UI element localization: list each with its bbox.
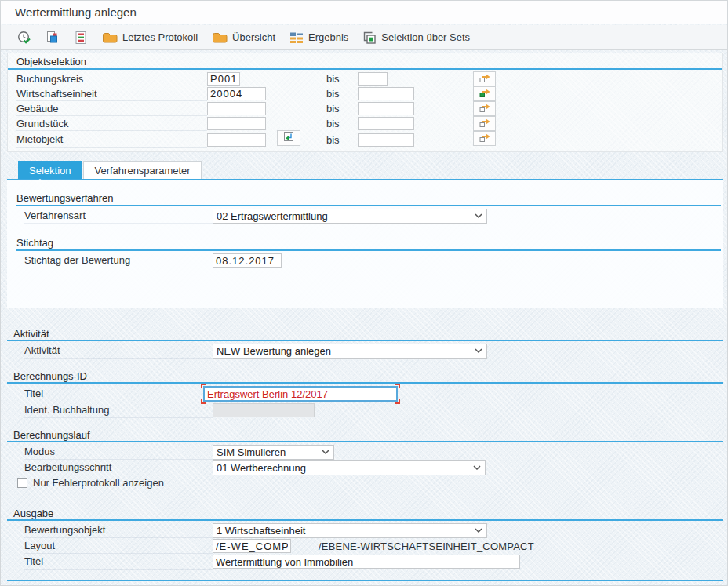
bewertungsverfahren-section: Bewertungsverfahren Verfahrensart 02 Ert… (7, 192, 723, 224)
gebaeude-bis-input[interactable] (358, 102, 414, 115)
gebaeude-input[interactable] (207, 102, 266, 115)
stichtag-date-input[interactable] (213, 253, 282, 268)
dropdown-value: NEW Bewertung anlegen (217, 345, 470, 357)
mietobjekt-select-button[interactable] (277, 130, 300, 146)
field-label: Verfahrensart (24, 208, 213, 224)
log-button[interactable] (67, 27, 95, 48)
bis-label: bis (326, 103, 358, 115)
chevron-down-icon (468, 465, 481, 470)
verfahrensart-row: Verfahrensart 02 Ertragswertermittlung (24, 208, 723, 224)
multi-select-button[interactable] (473, 116, 496, 131)
ausgabe-titel-row: Titel (24, 554, 723, 570)
toolbar-button-label: Übersicht (232, 31, 275, 43)
berechnungslauf-section: Berechnungslauf Modus SIM Simulieren Bea… (7, 429, 723, 490)
selektion-tab-panel: Bewertungsverfahren Verfahrensart 02 Ert… (7, 180, 723, 308)
multi-select-arrow-icon (479, 72, 491, 86)
modus-dropdown[interactable]: SIM Simulieren (213, 445, 334, 460)
section-title: Objektselektion (16, 56, 722, 67)
copy-icon (46, 31, 60, 45)
fehlerprotokoll-checkbox[interactable] (17, 478, 27, 488)
multi-select-button[interactable] (473, 71, 496, 86)
bis-label: bis (326, 134, 358, 146)
checkbox-label: Nur Fehlerprotokoll anzeigen (33, 477, 164, 489)
mietobjekt-bis-input[interactable] (358, 133, 414, 147)
uebersicht-button[interactable]: Übersicht (205, 27, 282, 48)
multi-select-active-arrow-icon (479, 87, 491, 100)
execute-button[interactable] (10, 27, 38, 48)
section-title: Ausgabe (13, 508, 723, 519)
grundstueck-input[interactable] (207, 117, 266, 130)
dropdown-value: 1 Wirtschaftseinheit (217, 525, 470, 537)
window-bottom-accent (7, 580, 723, 581)
section-title: Berechnungs-ID (13, 370, 723, 382)
tabstrip: Selektion Verfahrensparameter (7, 161, 202, 179)
wirtschaftseinheit-input[interactable] (207, 87, 266, 100)
field-label: Gebäude (16, 101, 207, 116)
toolbar-button-label: Ergebnis (308, 31, 348, 43)
buchungskreis-row: Buchungskreis bis (16, 71, 722, 86)
multi-select-button[interactable] (473, 101, 496, 116)
focus-corner (201, 384, 206, 388)
objektselektion-group: Objektselektion Buchungskreis bis (7, 53, 723, 152)
titel-input-focus-frame: Ertragswert Berlin 12/2017 (203, 386, 398, 402)
letztes-protokoll-button[interactable]: Letztes Protokoll (95, 27, 205, 48)
page-title: Wertermittlung anlegen (15, 5, 136, 19)
tab-selektion[interactable]: Selektion (18, 161, 82, 179)
field-label: Titel (24, 554, 213, 570)
titel-input[interactable]: Ertragswert Berlin 12/2017 (203, 386, 398, 402)
chevron-down-icon (470, 528, 482, 533)
grundstueck-bis-input[interactable] (358, 117, 414, 130)
grundstueck-row: Grundstück bis (16, 116, 722, 131)
tab-verfahrensparameter[interactable]: Verfahrensparameter (83, 161, 201, 179)
buchungskreis-input[interactable] (207, 72, 240, 86)
chevron-down-icon (470, 213, 482, 218)
multi-select-arrow-icon (479, 102, 491, 115)
selektion-ueber-sets-button[interactable]: Selektion über Sets (355, 27, 477, 48)
titel-row: Titel Ertragswert Berlin 12/2017 (24, 385, 723, 402)
ident-buchhaltung-row: Ident. Buchhaltung (24, 402, 723, 418)
dropdown-value: 01 Wertberechnung (217, 462, 468, 474)
mietobjekt-input[interactable] (207, 133, 266, 147)
bis-label: bis (326, 73, 358, 85)
multi-select-arrow-icon (479, 117, 491, 130)
titel-input-value: Ertragswert Berlin 12/2017 (207, 388, 328, 400)
dropdown-value: 02 Ertragswertermittlung (217, 210, 470, 222)
verfahrensart-dropdown[interactable]: 02 Ertragswertermittlung (213, 209, 487, 224)
aktivitaet-section: Aktivität Aktivität NEW Bewertung anlege… (7, 328, 723, 359)
copy-button[interactable] (38, 27, 67, 48)
bearbeitungsschritt-dropdown[interactable]: 01 Wertberechnung (213, 460, 486, 475)
aktivitaet-dropdown[interactable]: NEW Bewertung anlegen (213, 344, 487, 359)
ident-buchhaltung-input (213, 403, 315, 417)
field-label: Bearbeitungsschritt (24, 460, 213, 475)
bewertungsobjekt-dropdown[interactable]: 1 Wirtschaftseinheit (213, 523, 487, 538)
ergebnis-button[interactable]: Ergebnis (282, 27, 355, 48)
field-label: Modus (24, 444, 213, 460)
sets-icon (362, 31, 377, 45)
wirtschaftseinheit-bis-input[interactable] (358, 87, 414, 100)
field-label: Bewertungsobjekt (24, 522, 213, 538)
field-label: Ident. Buchhaltung (24, 402, 213, 418)
field-label: Stichtag der Bewertung (24, 253, 213, 268)
mietobjekt-row: Mietobjekt bis (16, 131, 722, 148)
field-label: Grundstück (16, 116, 207, 131)
stichtag-row: Stichtag der Bewertung (24, 253, 723, 268)
multi-select-button[interactable] (473, 131, 496, 146)
buchungskreis-bis-input[interactable] (358, 72, 388, 86)
field-label: Titel (24, 385, 203, 402)
section-title: Bewertungsverfahren (16, 192, 723, 204)
field-label: Mietobjekt (16, 131, 207, 148)
dropdown-value: SIM Simulieren (217, 446, 317, 458)
section-title: Stichtag (16, 237, 723, 249)
application-toolbar: Letztes Protokoll Übersicht Ergebnis (1, 25, 727, 50)
field-label: Layout (24, 538, 213, 554)
import-list-icon (282, 131, 296, 145)
ausgabe-titel-input[interactable] (213, 555, 520, 569)
field-label: Aktivität (24, 343, 213, 359)
bis-label: bis (326, 88, 358, 100)
multi-select-active-button[interactable] (473, 86, 496, 101)
tab-label: Verfahrensparameter (94, 165, 190, 177)
toolbar-button-label: Letztes Protokoll (122, 31, 198, 43)
wirtschaftseinheit-row: Wirtschaftseinheit bis (16, 86, 722, 101)
folder-icon (102, 31, 118, 44)
layout-input[interactable] (213, 539, 291, 553)
